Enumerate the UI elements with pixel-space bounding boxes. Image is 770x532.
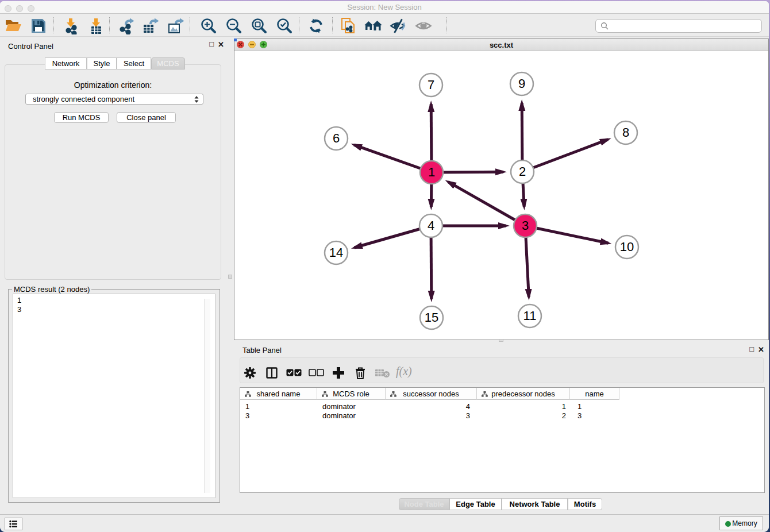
svg-text:7: 7 xyxy=(428,78,434,92)
svg-text:14: 14 xyxy=(329,245,343,260)
svg-text:8: 8 xyxy=(622,125,629,140)
svg-text:15: 15 xyxy=(425,310,438,325)
svg-text:11: 11 xyxy=(523,309,537,323)
svg-text:3: 3 xyxy=(522,218,529,233)
svg-text:1: 1 xyxy=(428,165,435,179)
svg-text:6: 6 xyxy=(333,131,340,145)
svg-text:2: 2 xyxy=(519,164,526,179)
svg-text:10: 10 xyxy=(620,240,634,254)
svg-text:4: 4 xyxy=(428,218,434,233)
svg-text:9: 9 xyxy=(518,76,525,91)
